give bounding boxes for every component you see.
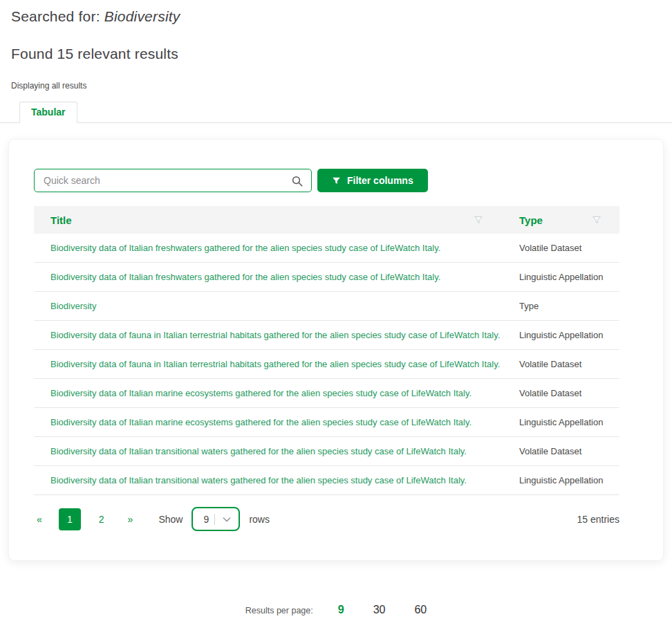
searched-term: Biodiversity bbox=[104, 8, 180, 24]
result-type: Volatile Dataset bbox=[512, 243, 619, 253]
results-per-page-bar: Results per page: 9 30 60 bbox=[0, 604, 672, 616]
found-results-heading: Found 15 relevant results bbox=[11, 46, 661, 62]
searched-for-heading: Searched for: Biodiversity bbox=[11, 8, 661, 25]
title-column-filter-funnel-icon[interactable] bbox=[474, 215, 483, 225]
results-per-page-option-9[interactable]: 9 bbox=[338, 604, 344, 616]
results-per-page-option-30[interactable]: 30 bbox=[373, 604, 386, 616]
type-column-filter-funnel-icon[interactable] bbox=[592, 215, 601, 225]
filter-columns-label: Filter columns bbox=[347, 175, 413, 186]
table-header-row: Title Type bbox=[34, 206, 619, 234]
entries-count: 15 entries bbox=[577, 514, 619, 525]
result-type: Type bbox=[512, 301, 619, 311]
result-title-link[interactable]: Biodiversity data of Italian transitiona… bbox=[34, 475, 512, 485]
page-header: Searched for: Biodiversity Found 15 rele… bbox=[0, 0, 672, 91]
result-title-link[interactable]: Biodiversity bbox=[34, 301, 512, 311]
table-row: Biodiversity data of Italian marine ecos… bbox=[34, 379, 619, 408]
result-type: Linguistic Appellation bbox=[512, 417, 619, 427]
rows-per-page-select[interactable]: 9 bbox=[192, 507, 240, 531]
result-type: Volatile Dataset bbox=[512, 388, 619, 398]
searched-for-label: Searched for: bbox=[11, 8, 104, 24]
table-row: Biodiversity data of Italian freshwaters… bbox=[34, 263, 619, 292]
result-title-link[interactable]: Biodiversity data of Italian freshwaters… bbox=[34, 272, 512, 282]
filter-funnel-icon bbox=[332, 176, 341, 185]
result-type: Linguistic Appellation bbox=[512, 330, 619, 340]
result-type: Linguistic Appellation bbox=[512, 475, 619, 485]
show-label: Show bbox=[158, 514, 183, 525]
table-row: Biodiversity data of Italian freshwaters… bbox=[34, 234, 619, 263]
column-type-label: Type bbox=[519, 214, 543, 226]
result-type: Volatile Dataset bbox=[512, 359, 619, 369]
pagination-page-2[interactable]: 2 bbox=[95, 514, 109, 525]
pagination-bar: « 1 2 » Show 9 rows 15 entries bbox=[34, 507, 619, 531]
table-row: Biodiversity data of Italian transitiona… bbox=[34, 437, 619, 466]
search-icon[interactable] bbox=[291, 175, 304, 187]
table-row: Biodiversity data of fauna in Italian te… bbox=[34, 321, 619, 350]
results-per-page-label: Results per page: bbox=[245, 606, 313, 615]
quick-search-input[interactable] bbox=[35, 169, 311, 192]
table-row: Biodiversity data of Italian marine ecos… bbox=[34, 408, 619, 437]
table-row: Biodiversity Type bbox=[34, 292, 619, 321]
result-title-link[interactable]: Biodiversity data of Italian marine ecos… bbox=[34, 388, 512, 398]
pagination-page-1-active[interactable]: 1 bbox=[59, 508, 81, 530]
column-header-title[interactable]: Title bbox=[34, 214, 512, 226]
filter-columns-button[interactable]: Filter columns bbox=[317, 169, 428, 192]
displaying-text: Displaying all results bbox=[11, 81, 661, 91]
result-type: Volatile Dataset bbox=[512, 446, 619, 456]
column-header-type[interactable]: Type bbox=[512, 214, 619, 226]
rows-label: rows bbox=[249, 514, 270, 525]
table-row: Biodiversity data of fauna in Italian te… bbox=[34, 350, 619, 379]
result-title-link[interactable]: Biodiversity data of Italian transitiona… bbox=[34, 446, 512, 456]
tab-tabular[interactable]: Tabular bbox=[19, 102, 77, 123]
result-title-link[interactable]: Biodiversity data of fauna in Italian te… bbox=[34, 330, 512, 340]
results-table: Title Type Biodiversity data of Italian … bbox=[34, 206, 619, 495]
result-type: Linguistic Appellation bbox=[512, 272, 619, 282]
result-title-link[interactable]: Biodiversity data of Italian marine ecos… bbox=[34, 417, 512, 427]
results-card: Filter columns Title Type Biodiversity d… bbox=[8, 139, 664, 561]
table-controls: Filter columns bbox=[34, 169, 620, 192]
result-title-link[interactable]: Biodiversity data of fauna in Italian te… bbox=[34, 359, 512, 369]
pagination-next-button[interactable]: » bbox=[125, 514, 136, 525]
results-per-page-option-60[interactable]: 60 bbox=[414, 604, 427, 616]
table-row: Biodiversity data of Italian transitiona… bbox=[34, 466, 619, 495]
pagination-prev-button[interactable]: « bbox=[34, 514, 45, 525]
rows-per-page-value: 9 bbox=[193, 514, 214, 525]
result-title-link[interactable]: Biodiversity data of Italian freshwaters… bbox=[34, 243, 512, 253]
select-divider bbox=[214, 514, 215, 525]
column-title-label: Title bbox=[50, 214, 72, 226]
chevron-down-icon bbox=[221, 514, 232, 525]
quick-search-box bbox=[34, 169, 312, 192]
tab-bar: Tabular bbox=[0, 101, 672, 123]
